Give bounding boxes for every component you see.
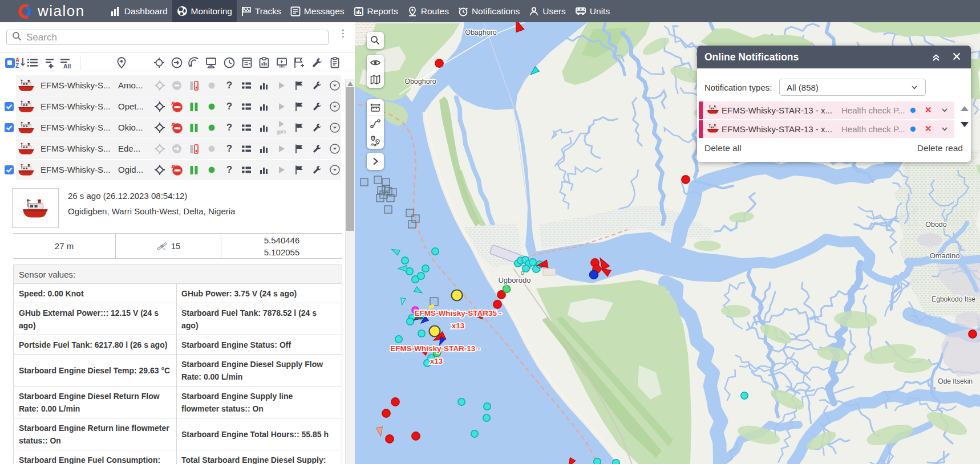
svg-text:Z: Z <box>15 63 19 69</box>
svg-text:Ugborodo: Ugborodo <box>498 276 531 284</box>
svg-text:Obodo: Obodo <box>925 221 947 229</box>
svg-text:Egbokodo Itse: Egbokodo Itse <box>932 295 975 303</box>
svg-text:x13: x13 <box>452 321 465 330</box>
svg-text:EFMS-Whisky-STAR-13 -: EFMS-Whisky-STAR-13 - <box>390 344 480 353</box>
svg-text:gprs: gprs <box>277 129 286 135</box>
svg-text:Obaghoro: Obaghoro <box>465 29 497 36</box>
svg-text:Omadino: Omadino <box>930 251 960 260</box>
svg-text:x13: x13 <box>430 357 443 365</box>
svg-text:Oboghoro: Oboghoro <box>404 78 436 86</box>
svg-text:All: All <box>63 63 71 69</box>
svg-text:EFMS-Whisky-STAR35 -: EFMS-Whisky-STAR35 - <box>415 309 502 318</box>
svg-text:Ode Itsekin: Ode Itsekin <box>938 377 973 385</box>
